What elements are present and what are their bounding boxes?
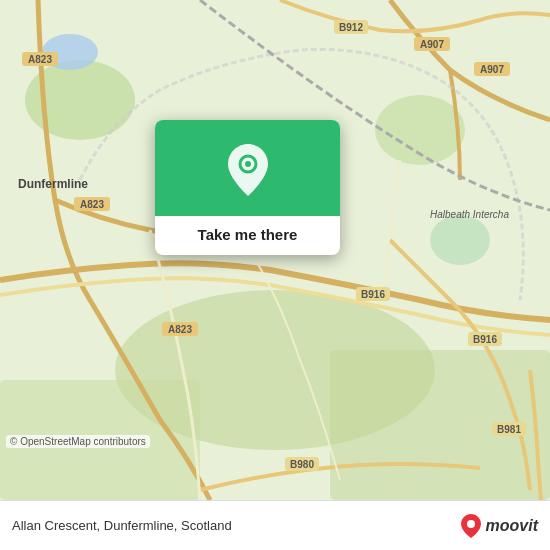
svg-text:A823: A823 <box>80 199 104 210</box>
svg-text:B912: B912 <box>339 22 363 33</box>
svg-point-31 <box>245 161 251 167</box>
svg-text:A907: A907 <box>480 64 504 75</box>
moovit-logo: moovit <box>460 513 538 539</box>
svg-text:B980: B980 <box>290 459 314 470</box>
svg-point-4 <box>430 215 490 265</box>
take-me-there-button[interactable]: Take me there <box>182 216 314 255</box>
map-container: A823 A823 A823 A907 A907 B912 B916 B916 … <box>0 0 550 500</box>
svg-text:A823: A823 <box>28 54 52 65</box>
location-label: Allan Crescent, Dunfermline, Scotland <box>12 518 232 533</box>
svg-text:B916: B916 <box>361 289 385 300</box>
moovit-wordmark: moovit <box>486 517 538 535</box>
copyright-text: © OpenStreetMap contributors <box>6 435 150 448</box>
popup-icon-area <box>155 120 340 216</box>
popup-card: Take me there <box>155 120 340 255</box>
moovit-pin-icon <box>460 513 482 539</box>
svg-point-32 <box>467 520 475 528</box>
bottom-bar: Allan Crescent, Dunfermline, Scotland mo… <box>0 500 550 550</box>
svg-text:Halbeath Intercha: Halbeath Intercha <box>430 209 509 220</box>
svg-text:B916: B916 <box>473 334 497 345</box>
svg-text:Dunfermline: Dunfermline <box>18 177 88 191</box>
svg-text:A823: A823 <box>168 324 192 335</box>
svg-text:B981: B981 <box>497 424 521 435</box>
svg-text:A907: A907 <box>420 39 444 50</box>
location-pin-icon <box>224 142 272 198</box>
